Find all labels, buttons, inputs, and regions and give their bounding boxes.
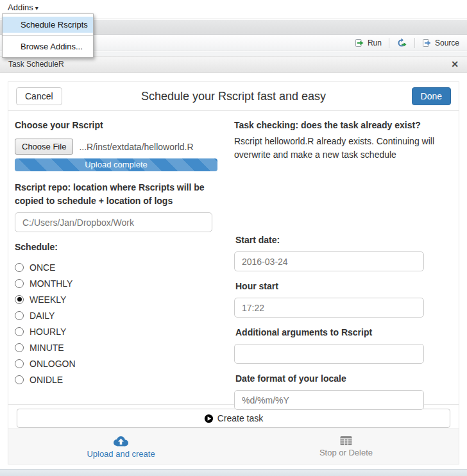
task-check-heading: Task checking: does the task already exi… (234, 119, 452, 132)
menu-separator (3, 35, 93, 36)
radio-label: ONIDLE (30, 375, 63, 385)
radio-icon[interactable] (15, 327, 24, 336)
table-icon (339, 436, 353, 446)
upload-progress: Upload complete (15, 158, 217, 171)
radio-option-weekly[interactable]: WEEKLY (15, 291, 228, 307)
rerun-icon (396, 38, 407, 48)
radio-label: ONCE (30, 262, 55, 273)
date-format-field-group: Date format of your locale (234, 372, 452, 410)
radio-option-onidle[interactable]: ONIDLE (15, 371, 228, 387)
upload-progress-bar: Upload complete (15, 158, 217, 171)
toolbar-separator (414, 38, 415, 48)
done-button[interactable]: Done (412, 87, 451, 105)
hour-start-input[interactable] (234, 298, 424, 318)
play-icon (204, 414, 214, 423)
schedule-heading: Schedule: (15, 241, 228, 254)
left-column: Choose your Rscript Choose File ...R/ins… (15, 119, 228, 404)
choose-rscript-heading: Choose your Rscript (15, 119, 228, 132)
selected-file-name: ...R/inst/extdata/helloworld.R (79, 142, 193, 152)
tab-stop-or-delete[interactable]: Stop or Delete (234, 429, 459, 464)
menu-item-browse-addins[interactable]: Browse Addins... (3, 38, 93, 55)
close-icon[interactable]: ✕ (451, 60, 459, 69)
choose-file-button[interactable]: Choose File (15, 139, 73, 155)
create-task-label: Create task (217, 413, 264, 423)
cancel-button[interactable]: Cancel (16, 87, 62, 105)
radio-option-hourly[interactable]: HOURLY (15, 323, 228, 339)
start-date-input[interactable] (234, 251, 424, 271)
radio-label: MINUTE (30, 343, 64, 353)
extra-args-field-group: Additional arguments to Rscript (234, 326, 452, 364)
run-icon (355, 38, 365, 48)
radio-icon[interactable] (15, 295, 24, 304)
gadget-title-bar: Cancel Schedule your Rscript fast and ea… (8, 82, 459, 111)
radio-label: ONLOGON (30, 359, 76, 369)
file-input-row: Choose File ...R/inst/extdata/helloworld… (15, 139, 228, 155)
right-column: Task checking: does the task already exi… (228, 119, 452, 404)
radio-option-onlogon[interactable]: ONLOGON (15, 355, 228, 371)
start-date-label: Start date: (235, 234, 452, 247)
radio-option-daily[interactable]: DAILY (15, 307, 228, 323)
radio-icon[interactable] (15, 311, 24, 320)
radio-option-minute[interactable]: MINUTE (15, 339, 228, 355)
schedule-radio-group: ONCE MONTHLY WEEKLY DAILY (15, 259, 228, 387)
extra-args-input[interactable] (234, 344, 424, 364)
addins-menu-button[interactable]: Addins▾ (5, 1, 41, 13)
gadget-main-panel: Cancel Schedule your Rscript fast and ea… (8, 81, 459, 433)
radio-icon[interactable] (15, 343, 24, 352)
repo-heading: Rscript repo: location where Rscripts wi… (15, 181, 224, 208)
addins-dropdown-menu: Schedule Rscripts Browse Addins... (2, 13, 94, 58)
gadget-content: Choose your Rscript Choose File ...R/ins… (8, 111, 459, 404)
run-button[interactable]: Run (352, 37, 384, 49)
hour-start-field-group: Hour start (234, 280, 452, 318)
radio-icon[interactable] (15, 375, 24, 384)
tab-label: Upload and create (87, 449, 155, 459)
create-task-button[interactable]: Create task (17, 409, 450, 428)
footer-tabstrip: Upload and create Stop or Delete (8, 429, 459, 464)
tab-upload-and-create[interactable]: Upload and create (8, 429, 234, 464)
start-date-field-group: Start date: (234, 234, 452, 271)
gadget-panel-header: Task ScheduleR ✕ (0, 56, 467, 72)
radio-label: HOURLY (30, 327, 66, 337)
menu-item-schedule-rscripts[interactable]: Schedule Rscripts (3, 17, 93, 33)
date-format-input[interactable] (234, 390, 424, 410)
schedule-fields: Start date: Hour start Additional argume… (234, 234, 452, 410)
task-check-text: Rscript helloworld.R already exists. Con… (234, 135, 451, 162)
radio-icon[interactable] (15, 263, 24, 272)
gadget-title: Schedule your Rscript fast and easy (8, 90, 459, 103)
date-format-label: Date format of your locale (235, 372, 452, 386)
cloud-upload-icon (112, 435, 130, 447)
repo-path-input[interactable] (15, 212, 212, 232)
gadget-panel-title: Task ScheduleR (8, 60, 64, 69)
task-scheduler-gadget: Cancel Schedule your Rscript fast and ea… (0, 72, 467, 469)
radio-option-once[interactable]: ONCE (15, 259, 228, 275)
radio-label: WEEKLY (30, 294, 66, 305)
caret-down-icon: ▾ (35, 4, 38, 12)
radio-icon[interactable] (15, 359, 24, 368)
source-button[interactable]: Source (420, 37, 462, 49)
hour-start-label: Hour start (235, 280, 452, 293)
toolbar-separator (389, 38, 389, 48)
extra-args-label: Additional arguments to Rscript (235, 326, 452, 339)
radio-label: DAILY (30, 310, 55, 321)
window-bottom-strip (0, 469, 467, 476)
rerun-button[interactable] (394, 37, 410, 49)
radio-icon[interactable] (15, 279, 24, 288)
source-icon (422, 38, 432, 48)
radio-option-monthly[interactable]: MONTHLY (15, 275, 228, 291)
run-button-label: Run (368, 38, 382, 47)
radio-label: MONTHLY (30, 278, 72, 289)
tab-label: Stop or Delete (319, 448, 373, 457)
addins-menu-label: Addins (8, 3, 33, 12)
source-button-label: Source (435, 38, 459, 47)
